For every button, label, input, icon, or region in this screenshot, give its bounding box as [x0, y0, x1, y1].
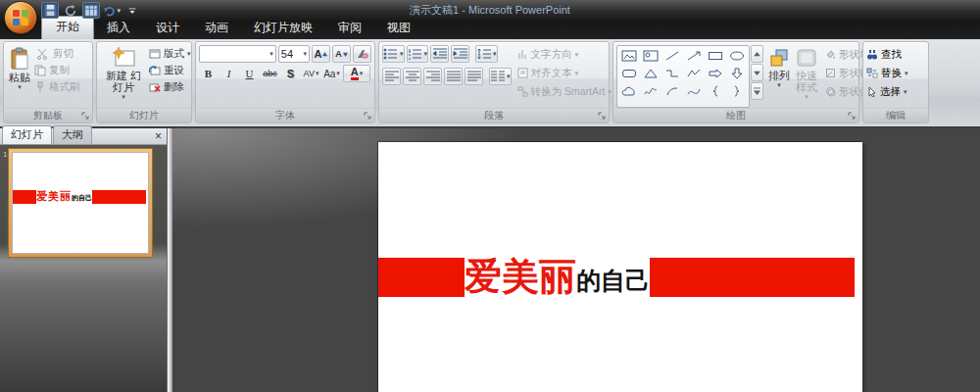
align-right-button[interactable]	[423, 68, 442, 85]
close-pane-icon[interactable]: ×	[155, 130, 162, 142]
thumbnail-title-red: 爱美丽	[36, 190, 72, 204]
shapes-more-button[interactable]	[751, 82, 763, 100]
shape-line-icon[interactable]	[662, 47, 683, 65]
select-dropdown-icon[interactable]: ▾	[904, 89, 907, 95]
replace-button[interactable]: 替换 ▾	[866, 64, 925, 82]
layout-button[interactable]: 版式 ▾	[147, 45, 193, 62]
columns-button[interactable]: ▾	[489, 68, 512, 85]
shapes-scroll-down-button[interactable]	[751, 64, 763, 81]
grow-font-button[interactable]: A	[312, 45, 330, 63]
scissors-icon	[34, 48, 50, 60]
shape-cloud-icon[interactable]	[618, 82, 640, 100]
reset-button[interactable]: 重设	[147, 62, 193, 78]
shape-recent1-icon[interactable]	[618, 47, 640, 65]
select-button[interactable]: 选择 ▾	[866, 82, 925, 101]
change-case-button[interactable]: Aa▾	[322, 65, 341, 82]
arrange-button[interactable]: 排列 ▾	[766, 45, 792, 108]
arrange-dropdown-icon[interactable]: ▾	[777, 82, 781, 88]
paste-dropdown-icon[interactable]: ▾	[18, 84, 22, 90]
increase-indent-button[interactable]	[451, 45, 469, 63]
shape-right-brace-icon[interactable]	[726, 82, 748, 100]
convert-smartart-button[interactable]: 转换为 SmartArt▾	[517, 82, 612, 101]
dialog-launcher-icon[interactable]	[81, 112, 90, 121]
slide-title-red[interactable]: 爱美丽	[465, 258, 576, 297]
text-shadow-button[interactable]: S	[281, 65, 300, 82]
new-slide-dropdown-icon[interactable]: ▾	[122, 94, 125, 100]
slide-canvas[interactable]: 爱美丽 的自己	[378, 142, 862, 392]
dialog-launcher-icon[interactable]	[364, 112, 372, 121]
font-color-button[interactable]: A ▾	[343, 65, 370, 82]
dialog-launcher-icon[interactable]	[598, 112, 607, 121]
shape-rectangle-icon[interactable]	[705, 47, 726, 65]
align-center-button[interactable]	[403, 68, 421, 85]
font-size-combo[interactable]: 54 ▾	[278, 45, 310, 63]
shape-outline-icon	[825, 68, 836, 78]
shape-arrow-right-icon[interactable]	[705, 65, 726, 82]
shape-scribble-icon[interactable]	[640, 82, 662, 100]
tab-slides-pane[interactable]: 幻灯片	[2, 125, 52, 144]
decrease-indent-button[interactable]	[430, 45, 449, 63]
shape-freeform-line-icon[interactable]	[683, 65, 705, 82]
shape-left-brace-icon[interactable]	[705, 82, 726, 100]
new-slide-button[interactable]: 新建 幻灯片 ▾	[100, 45, 147, 108]
red-bar-left[interactable]	[378, 258, 465, 297]
align-left-button[interactable]	[382, 68, 401, 85]
line-spacing-button[interactable]: ▾	[475, 45, 498, 63]
font-name-combo[interactable]: ▾	[199, 45, 276, 63]
justify-button[interactable]	[444, 68, 463, 85]
underline-button[interactable]: U	[240, 65, 259, 82]
bullets-button[interactable]: ▾	[382, 45, 405, 63]
font-size-dropdown-icon[interactable]: ▾	[303, 51, 307, 57]
replace-dropdown-icon[interactable]: ▾	[905, 71, 908, 76]
slides-panel: 幻灯片 大纲 × 1 爱美丽 的自己	[0, 128, 167, 392]
shape-recent2-icon[interactable]	[640, 47, 662, 65]
title-bar: ▾ 演示文稿1 - Microsoft PowerPoint	[0, 0, 980, 21]
paste-button[interactable]: 粘贴 ▾	[7, 45, 32, 108]
format-painter-button[interactable]: 格式刷	[32, 78, 82, 95]
tab-view[interactable]: 视图	[374, 18, 423, 39]
tab-review[interactable]: 审阅	[325, 18, 374, 39]
font-group-label: 字体	[196, 108, 374, 122]
layout-dropdown-icon[interactable]: ▾	[187, 51, 191, 57]
slide-editor-area: 爱美丽 的自己	[172, 128, 980, 392]
copy-icon	[34, 65, 46, 76]
tab-design[interactable]: 设计	[143, 18, 192, 39]
shape-arrow-icon[interactable]	[683, 47, 705, 65]
clear-formatting-button[interactable]	[353, 45, 371, 63]
shape-curve-icon[interactable]	[683, 82, 705, 100]
numbering-button[interactable]: ▾	[407, 45, 429, 63]
character-spacing-button[interactable]: AV▾	[302, 65, 320, 82]
tab-outline-pane[interactable]: 大纲	[53, 125, 92, 144]
shape-triangle-icon[interactable]	[640, 65, 662, 82]
shape-elbow-icon[interactable]	[662, 65, 683, 82]
bold-button[interactable]: B	[199, 65, 218, 82]
text-direction-button[interactable]: 文字方向▾	[517, 45, 612, 64]
tab-slideshow[interactable]: 幻灯片放映	[241, 18, 325, 39]
shape-rounded-rect-icon[interactable]	[618, 65, 640, 82]
slide-thumbnail[interactable]: 爱美丽 的自己	[8, 148, 153, 258]
cut-button[interactable]: 剪切	[32, 45, 82, 62]
font-name-dropdown-icon[interactable]: ▾	[270, 51, 273, 57]
font-color-dropdown-icon[interactable]: ▾	[360, 71, 364, 76]
italic-button[interactable]: I	[220, 65, 238, 82]
quick-styles-button[interactable]: 快速样式 ▾	[792, 45, 821, 108]
delete-slide-button[interactable]: 删除	[147, 78, 193, 95]
shrink-font-button[interactable]: A	[332, 45, 351, 63]
tab-insert[interactable]: 插入	[94, 18, 143, 39]
tab-animations[interactable]: 动画	[192, 18, 241, 39]
strikethrough-button[interactable]: abc	[261, 65, 279, 82]
ribbon-tab-row: 开始 插入 设计 动画 幻灯片放映 审阅 视图	[0, 21, 980, 39]
distribute-button[interactable]	[465, 68, 483, 85]
shapes-scroll-up-button[interactable]	[751, 45, 763, 63]
align-text-button[interactable]: 对齐文本▾	[517, 64, 612, 82]
slide-title-black[interactable]: 的自己	[576, 269, 650, 297]
office-button[interactable]	[4, 1, 37, 34]
shape-arrow-down-icon[interactable]	[726, 65, 748, 82]
shape-arc-icon[interactable]	[662, 82, 683, 100]
red-bar-right[interactable]	[650, 258, 855, 297]
copy-button[interactable]: 复制	[32, 62, 82, 78]
paste-icon	[9, 47, 30, 71]
dialog-launcher-icon[interactable]	[848, 112, 857, 121]
shape-oval-icon[interactable]	[726, 47, 748, 65]
find-button[interactable]: 查找	[866, 45, 925, 64]
